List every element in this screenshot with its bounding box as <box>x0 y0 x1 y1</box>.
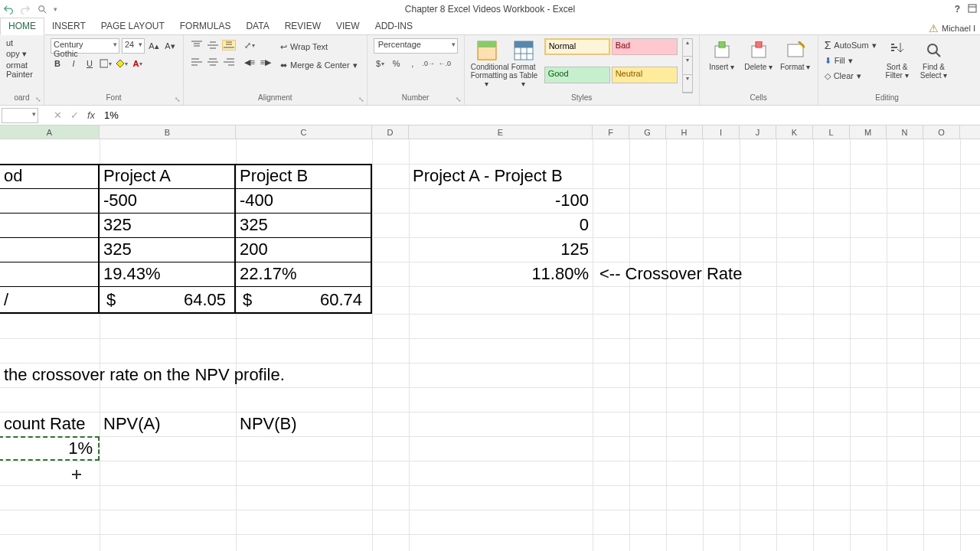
cell[interactable]: -400 <box>236 188 372 213</box>
col-J[interactable]: J <box>740 126 776 139</box>
style-neutral[interactable]: Neutral <box>612 67 678 83</box>
cell[interactable]: NPV(A) <box>100 412 236 436</box>
increase-font-icon[interactable]: A▴ <box>147 39 161 53</box>
number-launcher-icon[interactable]: ⤡ <box>455 96 462 103</box>
clipboard-launcher-icon[interactable]: ⤡ <box>34 96 42 103</box>
percent-format-icon[interactable]: % <box>390 57 403 70</box>
cell[interactable]: Project A - Project B <box>409 164 639 188</box>
cell[interactable]: 200 <box>236 237 372 262</box>
name-box[interactable] <box>2 108 38 123</box>
cell[interactable]: 0 <box>409 213 593 237</box>
cancel-icon[interactable]: ✕ <box>49 109 66 121</box>
align-bottom-icon[interactable] <box>222 40 236 51</box>
sort-filter-button[interactable]: Sort & Filter ▾ <box>881 38 913 93</box>
col-I[interactable]: I <box>703 126 740 139</box>
font-name-select[interactable]: Century Gothic <box>51 38 119 54</box>
style-gallery-scroll[interactable]: ▴▾▾ <box>682 38 693 93</box>
format-as-table-button[interactable]: Format as Table ▾ <box>508 38 540 93</box>
align-left-icon[interactable] <box>190 57 204 67</box>
cell[interactable]: 19.43% <box>100 262 236 286</box>
style-good[interactable]: Good <box>544 67 610 83</box>
help-icon[interactable]: ? <box>955 4 960 15</box>
format-painter-button[interactable]: ormat Painter <box>6 60 38 79</box>
cell[interactable]: count Rate <box>0 412 100 436</box>
tab-view[interactable]: VIEW <box>328 18 368 34</box>
conditional-formatting-button[interactable]: Conditional Formatting ▾ <box>471 38 503 93</box>
align-right-icon[interactable] <box>222 57 236 67</box>
align-center-icon[interactable] <box>206 57 220 67</box>
style-bad[interactable]: Bad <box>612 38 678 55</box>
number-format-select[interactable]: Percentage <box>374 38 458 54</box>
cell[interactable]: Project B <box>236 164 372 188</box>
cell[interactable]: NPV(B) <box>236 412 372 436</box>
tab-data[interactable]: DATA <box>238 18 276 34</box>
alignment-launcher-icon[interactable]: ⤡ <box>358 96 365 103</box>
copy-button[interactable]: opy ▾ <box>6 49 38 59</box>
col-K[interactable]: K <box>776 126 813 139</box>
col-B[interactable]: B <box>100 126 236 139</box>
cell[interactable]: <-- Crossover Rate <box>596 262 825 286</box>
merge-center-button[interactable]: ⬌Merge & Center ▾ <box>277 57 361 73</box>
col-H[interactable]: H <box>666 126 703 139</box>
qat-more-icon[interactable]: ▾ <box>54 5 57 13</box>
col-A[interactable]: A <box>0 126 100 139</box>
redo-icon[interactable] <box>20 4 31 15</box>
col-N[interactable]: N <box>887 126 923 139</box>
font-color-button[interactable]: A <box>131 57 145 70</box>
accounting-format-icon[interactable]: $ <box>374 57 387 70</box>
spreadsheet-grid[interactable]: od Project A Project B -500 -400 325 325… <box>0 139 980 551</box>
col-D[interactable]: D <box>372 126 409 139</box>
enter-icon[interactable]: ✓ <box>66 109 83 121</box>
cell[interactable]: / <box>0 286 100 314</box>
decrease-font-icon[interactable]: A▾ <box>163 39 177 53</box>
insert-cells-button[interactable]: Insert ▾ <box>706 38 738 93</box>
cell[interactable]: the crossover rate on the NPV profile. <box>0 363 459 387</box>
cell[interactable]: 60.74 <box>236 286 366 314</box>
col-O[interactable]: O <box>923 126 960 139</box>
orientation-icon[interactable]: ⤢ <box>243 38 256 52</box>
cut-button[interactable]: ut <box>6 38 38 47</box>
preview-icon[interactable] <box>37 4 47 15</box>
decrease-decimal-icon[interactable]: ←.0 <box>438 57 452 70</box>
col-F[interactable]: F <box>593 126 629 139</box>
tab-review[interactable]: REVIEW <box>277 18 328 34</box>
wrap-text-button[interactable]: ↩Wrap Text <box>277 38 361 55</box>
autosum-button[interactable]: ΣAutoSum ▾ <box>825 38 877 52</box>
col-G[interactable]: G <box>629 126 666 139</box>
tab-insert[interactable]: INSERT <box>44 18 93 34</box>
bold-button[interactable]: B <box>51 57 64 70</box>
col-L[interactable]: L <box>813 126 850 139</box>
cell[interactable]: -500 <box>100 188 236 213</box>
decrease-indent-icon[interactable]: ◀≡ <box>243 55 256 69</box>
increase-decimal-icon[interactable]: .0→ <box>422 57 436 70</box>
cell[interactable]: 22.17% <box>236 262 372 286</box>
font-launcher-icon[interactable]: ⤡ <box>174 96 181 103</box>
italic-button[interactable]: I <box>67 57 80 70</box>
tab-home[interactable]: HOME <box>0 18 44 35</box>
fx-icon[interactable]: fx <box>83 109 100 121</box>
fill-color-button[interactable] <box>115 57 129 70</box>
increase-indent-icon[interactable]: ≡▶ <box>259 55 273 69</box>
clear-button[interactable]: ◇Clear ▾ <box>825 69 877 83</box>
undo-icon[interactable] <box>3 4 14 15</box>
delete-cells-button[interactable]: Delete ▾ <box>743 38 775 93</box>
formula-input[interactable]: 1% <box>100 109 980 121</box>
format-cells-button[interactable]: Format ▾ <box>779 38 812 93</box>
col-E[interactable]: E <box>409 126 593 139</box>
col-M[interactable]: M <box>850 126 887 139</box>
col-C[interactable]: C <box>236 126 372 139</box>
align-middle-icon[interactable] <box>206 40 220 51</box>
cell[interactable]: 325 <box>100 237 236 262</box>
cell[interactable]: 325 <box>100 213 236 237</box>
tab-page-layout[interactable]: PAGE LAYOUT <box>93 18 172 34</box>
cell[interactable]: 64.05 <box>100 286 230 314</box>
cell[interactable]: -100 <box>409 188 593 213</box>
cell[interactable]: Project A <box>100 164 236 188</box>
comma-format-icon[interactable]: , <box>406 57 420 70</box>
style-normal[interactable]: Normal <box>544 38 610 55</box>
find-select-button[interactable]: Find & Select ▾ <box>918 38 950 93</box>
border-button[interactable] <box>99 57 113 70</box>
cell[interactable]: 125 <box>409 237 593 262</box>
cell[interactable]: 11.80% <box>409 262 593 286</box>
fill-button[interactable]: ⬇Fill ▾ <box>825 54 877 67</box>
